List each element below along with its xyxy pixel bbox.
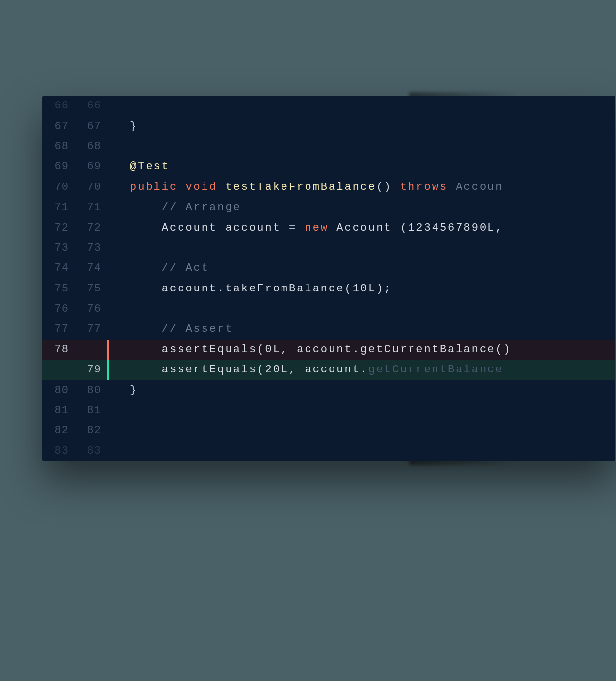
gutter: 7474 bbox=[42, 258, 107, 278]
gutter: 6868 bbox=[42, 136, 107, 157]
line-number-old: 74 bbox=[42, 262, 75, 274]
diff-marker bbox=[107, 299, 109, 319]
code-line[interactable]: 79 assertEquals(20L, account.getCurrentB… bbox=[42, 360, 615, 380]
code-diff-editor[interactable]: 66666767}68686969@Test7070public void te… bbox=[42, 96, 615, 461]
code-token: // Arrange bbox=[162, 201, 241, 213]
code-token: , account bbox=[281, 343, 353, 356]
code-line[interactable]: 8282 bbox=[42, 420, 615, 441]
line-number-old: 82 bbox=[42, 424, 75, 437]
diff-marker bbox=[107, 420, 109, 441]
code-token: = bbox=[289, 222, 305, 234]
gutter: 6767 bbox=[42, 116, 107, 136]
line-number-old: 80 bbox=[42, 384, 75, 396]
code-token: assertEquals bbox=[162, 364, 257, 376]
code-token: @Test bbox=[130, 160, 170, 173]
code-line[interactable]: 7272 Account account = new Account (1234… bbox=[42, 217, 615, 237]
gutter: 7777 bbox=[42, 319, 107, 339]
code-line[interactable]: 78 assertEquals(0L, account.getCurrentBa… bbox=[42, 340, 615, 360]
gutter: 78 bbox=[42, 340, 107, 360]
gutter: 7676 bbox=[42, 299, 107, 319]
code-line[interactable]: 6868 bbox=[42, 136, 615, 157]
gutter: 8080 bbox=[42, 380, 107, 400]
code-line[interactable]: 7676 bbox=[42, 299, 615, 319]
code-line[interactable]: 7171 // Arrange bbox=[42, 197, 615, 217]
code-token: 0L bbox=[265, 343, 281, 356]
line-number-new: 66 bbox=[75, 100, 107, 112]
line-number-new: 79 bbox=[75, 364, 107, 376]
line-number-old: 75 bbox=[42, 283, 75, 295]
diff-marker bbox=[107, 136, 109, 157]
code-token: getCurrentBalance bbox=[360, 343, 495, 356]
gutter: 6666 bbox=[42, 96, 107, 116]
code-line[interactable]: 8383 bbox=[42, 441, 615, 461]
code-content: @Test bbox=[109, 160, 615, 173]
line-number-new: 81 bbox=[75, 404, 107, 417]
code-line[interactable]: 7575 account.takeFromBalance(10L); bbox=[42, 279, 615, 299]
code-content: public void testTakeFromBalance() throws… bbox=[109, 181, 615, 193]
code-token: ( bbox=[344, 283, 352, 295]
line-number-new: 73 bbox=[75, 242, 107, 254]
code-token: . bbox=[360, 364, 368, 376]
line-number-new: 71 bbox=[75, 201, 107, 213]
code-token: Accoun bbox=[456, 181, 503, 193]
code-content: assertEquals(20L, account.getCurrentBala… bbox=[109, 364, 615, 376]
code-token: ( bbox=[400, 222, 408, 234]
line-number-old: 67 bbox=[42, 120, 75, 132]
code-line[interactable]: 7373 bbox=[42, 238, 615, 258]
code-token: , account bbox=[289, 364, 360, 376]
code-token: . bbox=[217, 283, 225, 295]
diff-marker bbox=[107, 238, 109, 258]
code-line[interactable]: 7777 // Assert bbox=[42, 319, 615, 339]
line-number-new: 72 bbox=[75, 222, 107, 234]
line-number-new: 76 bbox=[75, 303, 107, 315]
code-line[interactable]: 6666 bbox=[42, 96, 615, 116]
gutter: 8181 bbox=[42, 400, 107, 420]
line-number-old: 71 bbox=[42, 201, 75, 213]
code-token: , bbox=[495, 222, 503, 234]
code-token: ( bbox=[257, 343, 265, 356]
line-number-old: 83 bbox=[42, 445, 75, 457]
code-token: Account account bbox=[162, 222, 289, 234]
line-number-old: 81 bbox=[42, 404, 75, 417]
line-number-old: 66 bbox=[42, 100, 75, 112]
code-area[interactable]: 66666767}68686969@Test7070public void te… bbox=[42, 96, 615, 461]
code-content: // Arrange bbox=[109, 201, 615, 213]
gutter: 6969 bbox=[42, 157, 107, 177]
diff-marker bbox=[107, 400, 109, 420]
code-token: } bbox=[130, 384, 138, 396]
gutter: 7373 bbox=[42, 238, 107, 258]
gutter: 7070 bbox=[42, 177, 107, 197]
code-line[interactable]: 7474 // Act bbox=[42, 258, 615, 278]
code-token: () bbox=[376, 181, 400, 193]
line-number-new: 68 bbox=[75, 140, 107, 153]
code-line[interactable]: 8181 bbox=[42, 400, 615, 420]
code-token: account bbox=[162, 283, 217, 295]
code-token: 1234567890L bbox=[408, 222, 495, 234]
code-line[interactable]: 6767} bbox=[42, 116, 615, 136]
code-token: throws bbox=[400, 181, 456, 193]
code-token: 10L bbox=[353, 283, 377, 295]
code-content: } bbox=[109, 120, 615, 132]
code-token: // Assert bbox=[162, 323, 233, 335]
code-token: 20L bbox=[265, 364, 289, 376]
gutter: 7575 bbox=[42, 279, 107, 299]
line-number-new: 82 bbox=[75, 424, 107, 437]
code-token: } bbox=[130, 120, 138, 132]
line-number-new: 83 bbox=[75, 445, 107, 457]
line-number-new: 75 bbox=[75, 283, 107, 295]
code-line[interactable]: 6969@Test bbox=[42, 157, 615, 177]
code-token: ); bbox=[376, 283, 392, 295]
code-line[interactable]: 7070public void testTakeFromBalance() th… bbox=[42, 177, 615, 197]
code-token: public bbox=[130, 181, 185, 193]
code-content: account.takeFromBalance(10L); bbox=[109, 283, 615, 295]
code-token: testTakeFromBalance bbox=[225, 181, 376, 193]
gutter: 7272 bbox=[42, 217, 107, 237]
code-token: ( bbox=[257, 364, 265, 376]
code-line[interactable]: 8080} bbox=[42, 380, 615, 400]
line-number-new: 69 bbox=[75, 160, 107, 173]
gutter: 7171 bbox=[42, 197, 107, 217]
code-content: } bbox=[109, 384, 615, 396]
code-token: takeFromBalance bbox=[225, 283, 344, 295]
line-number-new: 77 bbox=[75, 323, 107, 335]
code-content: Account account = new Account (123456789… bbox=[109, 222, 615, 234]
